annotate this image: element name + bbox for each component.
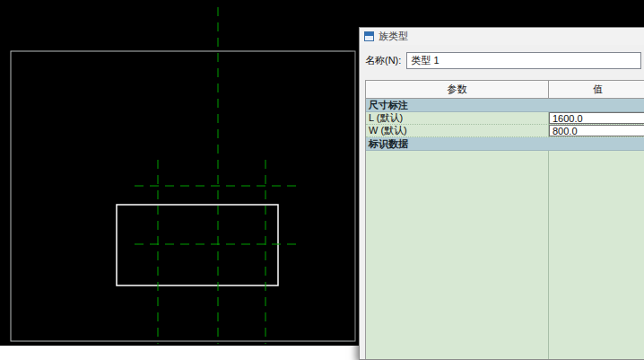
param-label-W: W (默认) xyxy=(366,125,549,137)
application-window: 族类型 名称(N): 类型 1 参数 值 尺寸标注 L (默认) W (默认) xyxy=(0,0,644,360)
empty-parameter-column xyxy=(366,151,549,359)
table-empty-area xyxy=(366,151,644,359)
type-name-combobox[interactable]: 类型 1 xyxy=(406,52,641,69)
type-name-value: 类型 1 xyxy=(411,54,439,67)
table-row: W (默认) xyxy=(366,125,644,137)
dialog-title: 族类型 xyxy=(379,30,408,43)
table-row: L (默认) xyxy=(366,112,644,125)
dialog-icon xyxy=(364,31,374,41)
param-label-L: L (默认) xyxy=(366,112,549,125)
dialog-titlebar[interactable]: 族类型 xyxy=(360,28,644,45)
param-L-value-input[interactable] xyxy=(549,112,644,124)
param-value-cell-W xyxy=(549,125,644,137)
column-header-value: 值 xyxy=(549,81,644,98)
empty-value-column xyxy=(549,151,644,359)
param-value-cell-L xyxy=(549,112,644,125)
column-header-parameter: 参数 xyxy=(366,81,549,98)
section-header-identity-data: 标识数据 xyxy=(366,137,644,151)
family-types-dialog: 族类型 名称(N): 类型 1 参数 值 尺寸标注 L (默认) W (默认) xyxy=(359,27,644,360)
param-W-value-input[interactable] xyxy=(549,125,644,136)
parameters-table: 参数 值 尺寸标注 L (默认) W (默认) 标识数据 xyxy=(365,80,644,359)
table-header-row: 参数 值 xyxy=(366,81,644,99)
type-name-row: 名称(N): 类型 1 xyxy=(360,45,644,73)
outer-boundary-rect[interactable] xyxy=(11,51,355,341)
section-header-dimensions: 尺寸标注 xyxy=(366,99,644,112)
extrusion-outline-rect[interactable] xyxy=(117,205,278,285)
name-label: 名称(N): xyxy=(365,54,401,67)
